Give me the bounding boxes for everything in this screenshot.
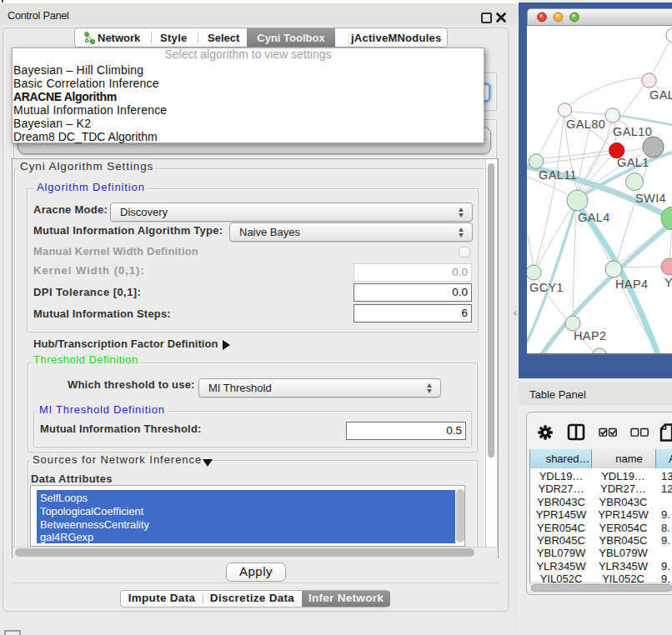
svg-text:HAP4: HAP4 xyxy=(615,278,648,291)
svg-text:GAL2: GAL2 xyxy=(649,88,672,102)
svg-text:GAL1: GAL1 xyxy=(617,156,649,169)
svg-text:SWI4: SWI4 xyxy=(635,192,666,205)
svg-text:GCY1: GCY1 xyxy=(529,281,564,294)
svg-text:GAL80: GAL80 xyxy=(566,118,605,131)
svg-text:GAL10: GAL10 xyxy=(613,125,652,138)
svg-text:GAL4: GAL4 xyxy=(578,211,610,224)
svg-text:HAP2: HAP2 xyxy=(574,329,606,342)
svg-text:GAL11: GAL11 xyxy=(539,168,577,182)
svg-text:YM: YM xyxy=(664,276,672,289)
